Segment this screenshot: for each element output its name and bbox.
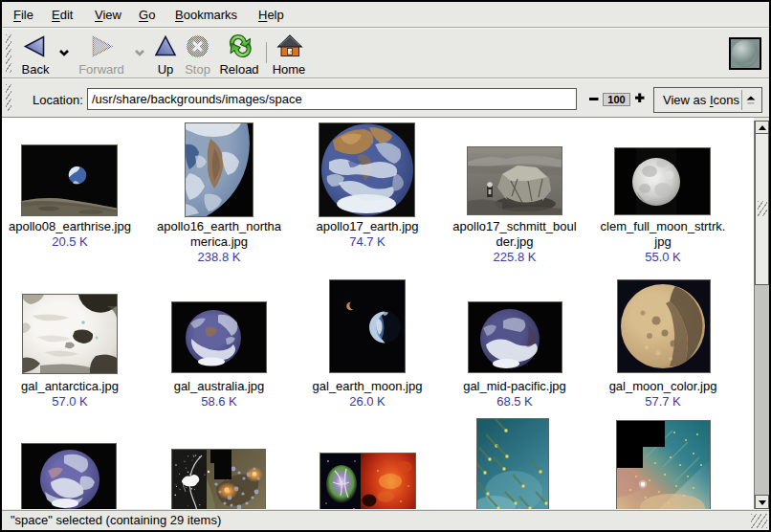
svg-text:100: 100	[607, 94, 625, 105]
